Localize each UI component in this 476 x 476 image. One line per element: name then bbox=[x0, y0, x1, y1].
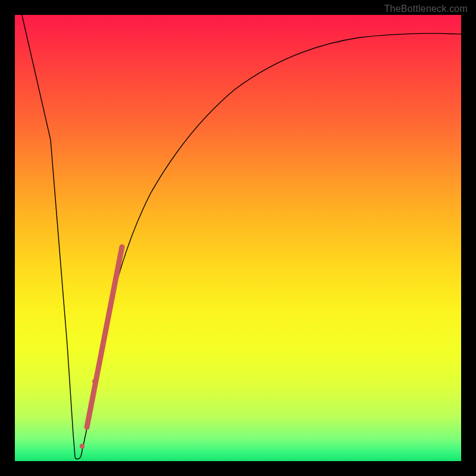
hardware-point-icon bbox=[92, 379, 97, 384]
similar-hardware-band bbox=[87, 247, 122, 427]
chart-stage: TheBottleneck.com bbox=[0, 0, 476, 476]
hardware-point-icon bbox=[80, 444, 85, 449]
bottleneck-curve bbox=[21, 10, 467, 459]
watermark-text: TheBottleneck.com bbox=[384, 4, 468, 14]
hardware-point-icon bbox=[89, 401, 93, 405]
chart-svg bbox=[15, 15, 461, 461]
